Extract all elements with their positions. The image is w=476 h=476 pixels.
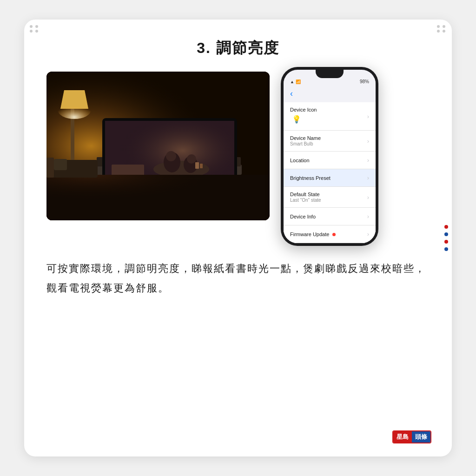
settings-item-location-left: Location (290, 158, 310, 163)
content-area: ▲ 📶 98% ‹ (46, 72, 430, 246)
phone-outer: ▲ 📶 98% ‹ (281, 67, 378, 246)
corner-dots-top-right (437, 25, 446, 33)
settings-item-device-name-subtitle: Smart Bulb (290, 141, 321, 146)
svg-rect-28 (46, 175, 270, 220)
app-back-row[interactable]: ‹ (284, 86, 376, 100)
chevron-right-icon: › (367, 174, 369, 181)
status-bar: ▲ 📶 98% (284, 78, 376, 86)
svg-point-21 (166, 151, 176, 161)
settings-item-firmware-update[interactable]: Firmware Update › (284, 225, 376, 243)
settings-item-device-info[interactable]: Device Info › (284, 208, 376, 225)
phone-notch (316, 70, 344, 78)
settings-list: Device Icon 💡 › Device Name Smart Bulb (284, 102, 376, 243)
body-text: 可按實際環境，調節明亮度，睇報紙看書時光一點，煲劇睇戲反過來校暗些，觀看電視熒幕… (46, 259, 430, 298)
logo-box: 星島 頭條 (392, 430, 431, 443)
settings-item-default-state-subtitle: Last "On" state (290, 198, 321, 203)
battery-label: 98% (360, 79, 369, 84)
side-dots (444, 225, 448, 251)
settings-item-default-state-title: Default State (290, 192, 321, 197)
firmware-update-dot (332, 233, 336, 236)
chevron-right-icon: › (367, 231, 369, 238)
settings-item-default-state[interactable]: Default State Last "On" state › (284, 187, 376, 208)
settings-item-device-icon-left: Device Icon 💡 (290, 107, 317, 126)
settings-item-device-info-title: Device Info (290, 214, 316, 219)
brand-logo: 星島 頭條 (392, 430, 431, 443)
chevron-right-icon: › (367, 138, 369, 145)
svg-rect-31 (54, 159, 67, 170)
settings-item-default-state-left: Default State Last "On" state (290, 192, 321, 203)
status-signal: ▲ 📶 (290, 79, 301, 84)
logo-part1: 星島 (393, 431, 412, 443)
room-image (46, 72, 270, 220)
corner-dots-top-left (30, 25, 39, 33)
settings-item-firmware-update-left: Firmware Update (290, 231, 336, 237)
app-content: ‹ Device Icon 💡 › (284, 86, 376, 243)
settings-item-location[interactable]: Location › (284, 152, 376, 169)
chevron-right-icon: › (367, 113, 369, 120)
bulb-icon: 💡 (290, 112, 303, 126)
settings-item-brightness-preset-title: Brightness Preset (290, 175, 331, 181)
side-dot-3 (444, 240, 448, 244)
svg-rect-25 (195, 162, 199, 169)
settings-item-device-name-left: Device Name Smart Bulb (290, 135, 321, 146)
signal-icon: ▲ (290, 79, 294, 84)
settings-item-brightness-preset[interactable]: Brightness Preset › (284, 169, 376, 187)
logo-part2: 頭條 (412, 431, 430, 443)
settings-item-location-title: Location (290, 158, 310, 163)
page-title: 3. 調節亮度 (46, 38, 430, 59)
settings-item-device-icon[interactable]: Device Icon 💡 › (284, 102, 376, 131)
side-dot-1 (444, 225, 448, 229)
settings-item-firmware-update-title: Firmware Update (290, 231, 336, 237)
side-dot-4 (444, 247, 448, 251)
phone-mockup: ▲ 📶 98% ‹ (281, 67, 378, 246)
settings-item-device-info-left: Device Info (290, 214, 316, 219)
wifi-icon: 📶 (296, 79, 301, 84)
svg-rect-26 (200, 164, 203, 168)
settings-item-device-icon-title: Device Icon (290, 107, 317, 112)
svg-point-8 (58, 100, 91, 119)
chevron-right-icon: › (367, 213, 369, 220)
settings-item-brightness-preset-left: Brightness Preset (290, 175, 331, 181)
back-button[interactable]: ‹ (290, 89, 293, 99)
svg-point-22 (187, 154, 196, 164)
phone-screen: ▲ 📶 98% ‹ (284, 70, 376, 243)
side-dot-2 (444, 232, 448, 236)
chevron-right-icon: › (367, 157, 369, 164)
settings-item-device-name[interactable]: Device Name Smart Bulb › (284, 131, 376, 152)
main-card: 3. 調節亮度 (24, 20, 452, 456)
svg-rect-30 (46, 158, 54, 178)
chevron-right-icon: › (367, 194, 369, 201)
settings-item-device-name-title: Device Name (290, 135, 321, 141)
